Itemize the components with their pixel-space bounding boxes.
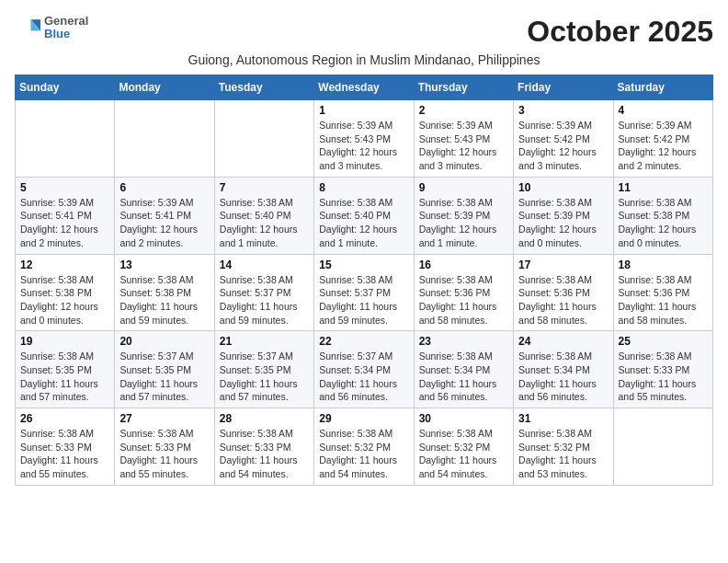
day-info: Sunrise: 5:38 AM Sunset: 5:32 PM Dayligh… xyxy=(419,427,508,481)
day-number: 15 xyxy=(319,259,408,271)
day-number: 24 xyxy=(518,335,608,348)
day-number: 30 xyxy=(419,412,508,425)
day-info: Sunrise: 5:39 AM Sunset: 5:42 PM Dayligh… xyxy=(619,119,708,173)
calendar-week-3: 12Sunrise: 5:38 AM Sunset: 5:38 PM Dayli… xyxy=(16,254,713,331)
header-cell-sunday: Sunday xyxy=(16,75,115,100)
day-info: Sunrise: 5:38 AM Sunset: 5:34 PM Dayligh… xyxy=(518,350,608,404)
calendar-cell: 29Sunrise: 5:38 AM Sunset: 5:32 PM Dayli… xyxy=(314,408,414,486)
day-number: 26 xyxy=(20,412,109,425)
day-number: 2 xyxy=(419,104,508,117)
day-number: 9 xyxy=(419,181,508,194)
day-number: 10 xyxy=(518,181,608,194)
day-info: Sunrise: 5:38 AM Sunset: 5:32 PM Dayligh… xyxy=(518,427,608,481)
day-number: 27 xyxy=(119,412,209,425)
page-header: General Blue October 2025 xyxy=(15,15,713,49)
day-info: Sunrise: 5:38 AM Sunset: 5:38 PM Dayligh… xyxy=(20,273,109,327)
day-info: Sunrise: 5:38 AM Sunset: 5:34 PM Dayligh… xyxy=(419,350,508,404)
calendar-cell: 3Sunrise: 5:39 AM Sunset: 5:42 PM Daylig… xyxy=(514,100,613,178)
day-number: 1 xyxy=(319,104,408,117)
calendar-cell xyxy=(115,100,214,178)
calendar-week-2: 5Sunrise: 5:39 AM Sunset: 5:41 PM Daylig… xyxy=(16,177,713,254)
day-info: Sunrise: 5:38 AM Sunset: 5:36 PM Dayligh… xyxy=(518,273,608,327)
calendar-cell: 20Sunrise: 5:37 AM Sunset: 5:35 PM Dayli… xyxy=(115,331,214,408)
day-info: Sunrise: 5:39 AM Sunset: 5:43 PM Dayligh… xyxy=(419,119,508,173)
calendar-cell: 17Sunrise: 5:38 AM Sunset: 5:36 PM Dayli… xyxy=(514,254,613,331)
calendar-subtitle: Guiong, Autonomous Region in Muslim Mind… xyxy=(15,52,713,67)
day-info: Sunrise: 5:38 AM Sunset: 5:33 PM Dayligh… xyxy=(220,427,309,481)
calendar-cell: 14Sunrise: 5:38 AM Sunset: 5:37 PM Dayli… xyxy=(214,254,313,331)
day-number: 8 xyxy=(319,181,408,194)
day-info: Sunrise: 5:38 AM Sunset: 5:35 PM Dayligh… xyxy=(20,350,109,404)
calendar-cell: 1Sunrise: 5:39 AM Sunset: 5:43 PM Daylig… xyxy=(314,100,414,178)
calendar-cell: 5Sunrise: 5:39 AM Sunset: 5:41 PM Daylig… xyxy=(16,177,115,254)
day-info: Sunrise: 5:37 AM Sunset: 5:35 PM Dayligh… xyxy=(119,350,209,404)
header-cell-monday: Monday xyxy=(115,75,214,100)
day-number: 17 xyxy=(518,259,608,271)
day-info: Sunrise: 5:38 AM Sunset: 5:36 PM Dayligh… xyxy=(619,273,708,327)
day-number: 20 xyxy=(119,335,209,348)
day-number: 12 xyxy=(20,259,109,271)
day-number: 5 xyxy=(20,181,109,194)
day-info: Sunrise: 5:38 AM Sunset: 5:39 PM Dayligh… xyxy=(419,196,508,250)
calendar-body: 1Sunrise: 5:39 AM Sunset: 5:43 PM Daylig… xyxy=(16,100,713,486)
calendar-header: SundayMondayTuesdayWednesdayThursdayFrid… xyxy=(16,75,713,100)
header-cell-wednesday: Wednesday xyxy=(314,75,414,100)
day-number: 19 xyxy=(20,335,109,348)
calendar-cell: 10Sunrise: 5:38 AM Sunset: 5:39 PM Dayli… xyxy=(514,177,613,254)
day-info: Sunrise: 5:38 AM Sunset: 5:32 PM Dayligh… xyxy=(319,427,408,481)
day-info: Sunrise: 5:38 AM Sunset: 5:37 PM Dayligh… xyxy=(319,273,408,327)
day-info: Sunrise: 5:38 AM Sunset: 5:39 PM Dayligh… xyxy=(518,196,608,250)
header-cell-saturday: Saturday xyxy=(613,75,712,100)
day-info: Sunrise: 5:39 AM Sunset: 5:42 PM Dayligh… xyxy=(518,119,608,173)
logo-general-text: General xyxy=(44,15,88,28)
day-info: Sunrise: 5:38 AM Sunset: 5:38 PM Dayligh… xyxy=(119,273,209,327)
calendar-cell: 23Sunrise: 5:38 AM Sunset: 5:34 PM Dayli… xyxy=(414,331,513,408)
calendar-week-4: 19Sunrise: 5:38 AM Sunset: 5:35 PM Dayli… xyxy=(16,331,713,408)
day-info: Sunrise: 5:38 AM Sunset: 5:37 PM Dayligh… xyxy=(220,273,309,327)
calendar-cell: 31Sunrise: 5:38 AM Sunset: 5:32 PM Dayli… xyxy=(514,408,613,486)
calendar-week-1: 1Sunrise: 5:39 AM Sunset: 5:43 PM Daylig… xyxy=(16,100,713,178)
calendar-cell: 24Sunrise: 5:38 AM Sunset: 5:34 PM Dayli… xyxy=(514,331,613,408)
day-info: Sunrise: 5:39 AM Sunset: 5:41 PM Dayligh… xyxy=(119,196,209,250)
calendar-cell: 22Sunrise: 5:37 AM Sunset: 5:34 PM Dayli… xyxy=(314,331,414,408)
logo-text: General Blue xyxy=(44,15,88,41)
calendar-cell: 16Sunrise: 5:38 AM Sunset: 5:36 PM Dayli… xyxy=(414,254,513,331)
calendar-cell: 6Sunrise: 5:39 AM Sunset: 5:41 PM Daylig… xyxy=(115,177,214,254)
day-info: Sunrise: 5:39 AM Sunset: 5:41 PM Dayligh… xyxy=(20,196,109,250)
day-info: Sunrise: 5:38 AM Sunset: 5:36 PM Dayligh… xyxy=(419,273,508,327)
calendar-cell: 8Sunrise: 5:38 AM Sunset: 5:40 PM Daylig… xyxy=(314,177,414,254)
day-number: 6 xyxy=(119,181,209,194)
calendar-cell: 9Sunrise: 5:38 AM Sunset: 5:39 PM Daylig… xyxy=(414,177,513,254)
day-info: Sunrise: 5:39 AM Sunset: 5:43 PM Dayligh… xyxy=(319,119,408,173)
calendar-cell: 12Sunrise: 5:38 AM Sunset: 5:38 PM Dayli… xyxy=(16,254,115,331)
day-number: 21 xyxy=(220,335,309,348)
header-cell-thursday: Thursday xyxy=(414,75,513,100)
calendar-cell: 19Sunrise: 5:38 AM Sunset: 5:35 PM Dayli… xyxy=(16,331,115,408)
month-title: October 2025 xyxy=(527,15,713,49)
day-number: 14 xyxy=(220,259,309,271)
day-number: 29 xyxy=(319,412,408,425)
calendar-cell: 15Sunrise: 5:38 AM Sunset: 5:37 PM Dayli… xyxy=(314,254,414,331)
day-info: Sunrise: 5:38 AM Sunset: 5:40 PM Dayligh… xyxy=(319,196,408,250)
calendar-cell xyxy=(214,100,313,178)
logo-icon xyxy=(15,15,40,40)
calendar-cell: 2Sunrise: 5:39 AM Sunset: 5:43 PM Daylig… xyxy=(414,100,513,178)
calendar-week-5: 26Sunrise: 5:38 AM Sunset: 5:33 PM Dayli… xyxy=(16,408,713,486)
day-info: Sunrise: 5:38 AM Sunset: 5:40 PM Dayligh… xyxy=(220,196,309,250)
header-cell-friday: Friday xyxy=(514,75,613,100)
day-number: 7 xyxy=(220,181,309,194)
day-info: Sunrise: 5:38 AM Sunset: 5:33 PM Dayligh… xyxy=(119,427,209,481)
day-number: 11 xyxy=(619,181,708,194)
calendar-cell: 18Sunrise: 5:38 AM Sunset: 5:36 PM Dayli… xyxy=(613,254,712,331)
calendar-cell: 27Sunrise: 5:38 AM Sunset: 5:33 PM Dayli… xyxy=(115,408,214,486)
calendar-cell: 7Sunrise: 5:38 AM Sunset: 5:40 PM Daylig… xyxy=(214,177,313,254)
day-number: 23 xyxy=(419,335,508,348)
calendar-cell: 30Sunrise: 5:38 AM Sunset: 5:32 PM Dayli… xyxy=(414,408,513,486)
day-info: Sunrise: 5:38 AM Sunset: 5:33 PM Dayligh… xyxy=(20,427,109,481)
calendar-cell xyxy=(16,100,115,178)
day-number: 16 xyxy=(419,259,508,271)
day-info: Sunrise: 5:37 AM Sunset: 5:34 PM Dayligh… xyxy=(319,350,408,404)
calendar-cell: 4Sunrise: 5:39 AM Sunset: 5:42 PM Daylig… xyxy=(613,100,712,178)
day-number: 4 xyxy=(619,104,708,117)
logo: General Blue xyxy=(15,15,88,41)
